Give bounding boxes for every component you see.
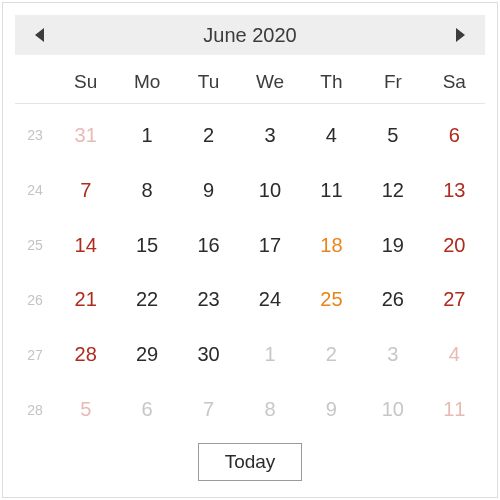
- day-cell[interactable]: 10: [362, 392, 423, 427]
- day-cell[interactable]: 27: [424, 282, 485, 317]
- calendar-title[interactable]: June 2020: [203, 24, 296, 47]
- calendar-header: June 2020: [15, 15, 485, 55]
- day-cell[interactable]: 16: [178, 228, 239, 263]
- day-cell[interactable]: 6: [116, 392, 177, 427]
- day-cell[interactable]: 11: [424, 392, 485, 427]
- day-cell[interactable]: 12: [362, 173, 423, 208]
- day-cell[interactable]: 26: [362, 282, 423, 317]
- dow-th: Th: [301, 71, 362, 93]
- day-of-week-row: Su Mo Tu We Th Fr Sa: [15, 71, 485, 104]
- calendar: June 2020 Su Mo Tu We Th Fr Sa 233112345…: [2, 2, 498, 498]
- day-cell[interactable]: 4: [301, 118, 362, 153]
- day-cell[interactable]: 25: [301, 282, 362, 317]
- day-cell[interactable]: 4: [424, 337, 485, 372]
- day-cell[interactable]: 14: [55, 228, 116, 263]
- day-cell[interactable]: 3: [239, 118, 300, 153]
- day-cell[interactable]: 8: [239, 392, 300, 427]
- day-cell[interactable]: 2: [178, 118, 239, 153]
- day-cell[interactable]: 30: [178, 337, 239, 372]
- weeks-container: 2331123456247891011121325141516171819202…: [15, 108, 485, 437]
- week-number: 28: [15, 402, 55, 418]
- week-number: 23: [15, 127, 55, 143]
- day-cell[interactable]: 22: [116, 282, 177, 317]
- week-row: 2621222324252627: [15, 272, 485, 327]
- day-cell[interactable]: 10: [239, 173, 300, 208]
- dow-we: We: [239, 71, 300, 93]
- week-number: 27: [15, 347, 55, 363]
- day-cell[interactable]: 1: [239, 337, 300, 372]
- day-cell[interactable]: 13: [424, 173, 485, 208]
- day-cell[interactable]: 20: [424, 228, 485, 263]
- dow-sa: Sa: [424, 71, 485, 93]
- day-cell[interactable]: 9: [301, 392, 362, 427]
- day-cell[interactable]: 5: [362, 118, 423, 153]
- week-row: 272829301234: [15, 327, 485, 382]
- day-cell[interactable]: 24: [239, 282, 300, 317]
- day-cell[interactable]: 1: [116, 118, 177, 153]
- day-cell[interactable]: 9: [178, 173, 239, 208]
- day-cell[interactable]: 21: [55, 282, 116, 317]
- week-number: 24: [15, 182, 55, 198]
- dow-mo: Mo: [116, 71, 177, 93]
- day-cell[interactable]: 29: [116, 337, 177, 372]
- day-cell[interactable]: 15: [116, 228, 177, 263]
- today-button[interactable]: Today: [198, 443, 303, 481]
- calendar-footer: Today: [15, 437, 485, 481]
- week-row: 2478910111213: [15, 163, 485, 218]
- day-cell[interactable]: 3: [362, 337, 423, 372]
- dow-fr: Fr: [362, 71, 423, 93]
- week-number: 25: [15, 237, 55, 253]
- day-cell[interactable]: 6: [424, 118, 485, 153]
- week-row: 28567891011: [15, 382, 485, 437]
- day-cell[interactable]: 28: [55, 337, 116, 372]
- week-col-spacer: [15, 71, 55, 93]
- dow-su: Su: [55, 71, 116, 93]
- chevron-right-icon[interactable]: [456, 28, 465, 42]
- week-row: 2331123456: [15, 108, 485, 163]
- day-cell[interactable]: 7: [55, 173, 116, 208]
- day-cell[interactable]: 7: [178, 392, 239, 427]
- day-cell[interactable]: 31: [55, 118, 116, 153]
- day-cell[interactable]: 11: [301, 173, 362, 208]
- day-cell[interactable]: 5: [55, 392, 116, 427]
- day-cell[interactable]: 8: [116, 173, 177, 208]
- day-cell[interactable]: 17: [239, 228, 300, 263]
- day-cell[interactable]: 19: [362, 228, 423, 263]
- day-cell[interactable]: 18: [301, 228, 362, 263]
- week-number: 26: [15, 292, 55, 308]
- chevron-left-icon[interactable]: [35, 28, 44, 42]
- week-row: 2514151617181920: [15, 218, 485, 273]
- day-cell[interactable]: 23: [178, 282, 239, 317]
- calendar-grid: Su Mo Tu We Th Fr Sa 2331123456247891011…: [15, 71, 485, 437]
- day-cell[interactable]: 2: [301, 337, 362, 372]
- dow-tu: Tu: [178, 71, 239, 93]
